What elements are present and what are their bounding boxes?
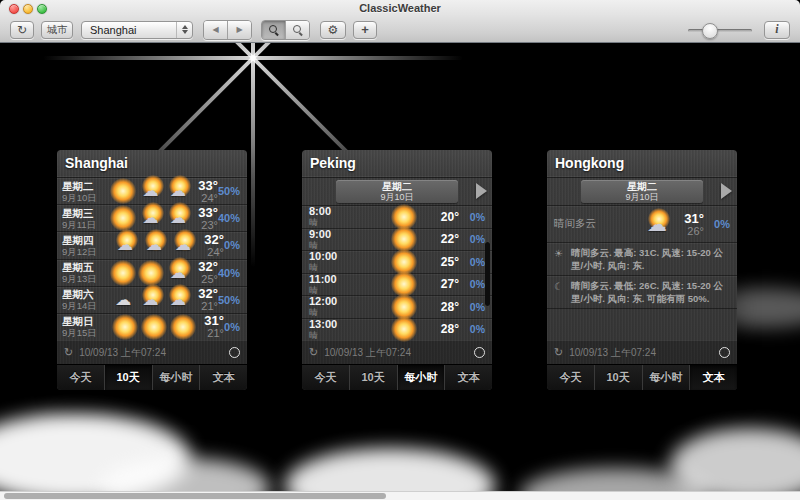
cloud-icon (110, 288, 136, 312)
settings-button[interactable]: ⚙ (320, 21, 346, 39)
status-circle-icon (474, 347, 485, 358)
info-icon: i (775, 22, 778, 37)
slider-knob[interactable] (702, 23, 718, 39)
day-label: 星期三 (62, 207, 110, 219)
next-day-icon[interactable] (476, 183, 487, 199)
forecast-day-row: 星期二9月10日 33°24° 50% (57, 178, 247, 205)
low-temp: 24° (196, 246, 224, 258)
sun-icon (110, 179, 136, 203)
horizontal-scrollbar-thumb[interactable] (4, 493, 386, 499)
cloud-sun-icon (165, 261, 191, 285)
cloud-sun-icon (138, 179, 164, 203)
hour-row: 9:00晴 22° 0% (302, 229, 492, 252)
zoom-in-button[interactable] (285, 21, 309, 39)
tab-text[interactable]: 文本 (199, 365, 247, 390)
tab-10day[interactable]: 10天 (349, 365, 397, 390)
panel-scrollbar-thumb[interactable] (485, 242, 490, 306)
partly-icon (640, 210, 674, 238)
update-refresh-icon[interactable]: ↻ (554, 346, 563, 359)
tab-text[interactable]: 文本 (444, 365, 492, 390)
high-temp: 33° (191, 206, 218, 219)
panel-tab-bar: 今天 10天 每小时 文本 (302, 364, 492, 390)
add-city-button[interactable]: + (353, 21, 377, 39)
popup-stepper-icon (176, 22, 192, 38)
forecast-day-row: 星期四9月12日 32°24° 0% (57, 232, 247, 259)
panel-city-title: Hongkong (547, 150, 737, 178)
low-temp: 21° (191, 300, 218, 312)
panel-footer: ↻ 10/09/13 上午07:24 (547, 340, 737, 364)
tab-hourly[interactable]: 每小时 (397, 365, 445, 390)
forecast-day-row: 星期六9月14日 32°21° 50% (57, 287, 247, 314)
sun-icon (138, 261, 164, 285)
tab-today[interactable]: 今天 (547, 365, 594, 390)
hour-row: 13:00晴 28° 0% (302, 319, 492, 341)
high-temp: 31° (674, 212, 704, 225)
tab-today[interactable]: 今天 (302, 365, 349, 390)
hour-row: 12:00晴 28° 0% (302, 296, 492, 319)
date-label: 9月12日 (62, 246, 112, 257)
high-temp: 32° (196, 233, 224, 246)
city-select[interactable]: Shanghai (81, 21, 193, 39)
last-updated: 10/09/13 上午07:24 (569, 346, 656, 360)
hour-row: 10:00晴 25° 0% (302, 251, 492, 274)
plus-icon: + (361, 22, 369, 37)
last-updated: 10/09/13 上午07:24 (324, 346, 411, 360)
update-refresh-icon[interactable]: ↻ (64, 346, 73, 359)
precip-chance: 0% (224, 321, 242, 333)
next-day-icon[interactable] (721, 183, 732, 199)
forward-icon: ▶ (236, 25, 242, 34)
tab-today[interactable]: 今天 (57, 365, 104, 390)
hour-label: 11:00 (309, 274, 367, 285)
sun-icon (110, 261, 136, 285)
tab-hourly[interactable]: 每小时 (152, 365, 200, 390)
hour-row: 8:00晴 20° 0% (302, 206, 492, 229)
update-refresh-icon[interactable]: ↻ (309, 346, 318, 359)
panel-city-title: Peking (302, 150, 492, 178)
slider-track[interactable] (688, 29, 752, 32)
weather-panel-peking: Peking 星期二 9月10日 8:00晴 20° 0% 9:00晴 (302, 150, 492, 390)
tab-hourly[interactable]: 每小时 (642, 365, 690, 390)
tab-10day[interactable]: 10天 (104, 365, 152, 390)
sun-icon (391, 227, 417, 251)
condition-label: 晴 (309, 240, 367, 250)
date-label: 9月14日 (62, 300, 110, 311)
zoom-in-icon (293, 25, 303, 35)
sun-icon (391, 272, 417, 296)
condition-label: 晴 (309, 262, 367, 272)
night-forecast-row: ☾ 晴间多云. 最低: 26C. 风速: 15-20 公里/小时. 风向: 东.… (547, 276, 737, 309)
day-forecast-row: ☀ 晴间多云. 最高: 31C. 风速: 15-20 公里/小时. 风向: 东. (547, 243, 737, 276)
city-select-value: Shanghai (90, 24, 137, 36)
sun-bullet-icon: ☀ (554, 247, 566, 272)
tab-10day[interactable]: 10天 (594, 365, 642, 390)
selected-date: 星期二 9月10日 (336, 180, 458, 203)
selected-date-label: 9月10日 (581, 192, 703, 202)
hour-label: 13:00 (309, 319, 367, 330)
forecast-day-row: 星期三9月11日 33°23° 40% (57, 205, 247, 232)
condition-label: 晴 (309, 307, 367, 317)
precip-chance: 50% (218, 185, 242, 197)
opacity-slider[interactable] (688, 21, 752, 39)
hourly-list: 8:00晴 20° 0% 9:00晴 22° 0% 10:00晴 25° 0% (302, 206, 492, 340)
city-button-label: 城市 (47, 23, 67, 37)
info-button[interactable]: i (764, 21, 790, 39)
title-bar: ClassicWeather (0, 0, 800, 16)
zoom-controls (261, 20, 310, 40)
high-temp: 32° (191, 287, 218, 300)
sun-icon (110, 206, 136, 230)
hour-temp: 20° (417, 210, 459, 224)
precip-chance: 0% (459, 278, 485, 290)
night-forecast-text: 晴间多云. 最低: 26C. 风速: 15-20 公里/小时. 风向: 东. 可… (571, 280, 730, 305)
forward-button[interactable]: ▶ (227, 21, 251, 39)
precip-chance: 0% (459, 211, 485, 223)
horizontal-scrollbar[interactable] (0, 491, 800, 500)
cloud-sun-icon (165, 288, 191, 312)
city-button[interactable]: 城市 (41, 21, 73, 39)
cloud-sun-icon (138, 206, 164, 230)
refresh-button[interactable]: ↻ (10, 21, 34, 39)
zoom-out-button[interactable] (262, 21, 285, 39)
cloud-sun-icon (112, 233, 138, 257)
tab-text[interactable]: 文本 (689, 365, 737, 390)
back-button[interactable]: ◀ (204, 21, 227, 39)
low-temp: 26° (674, 225, 704, 237)
low-temp: 23° (191, 219, 218, 231)
